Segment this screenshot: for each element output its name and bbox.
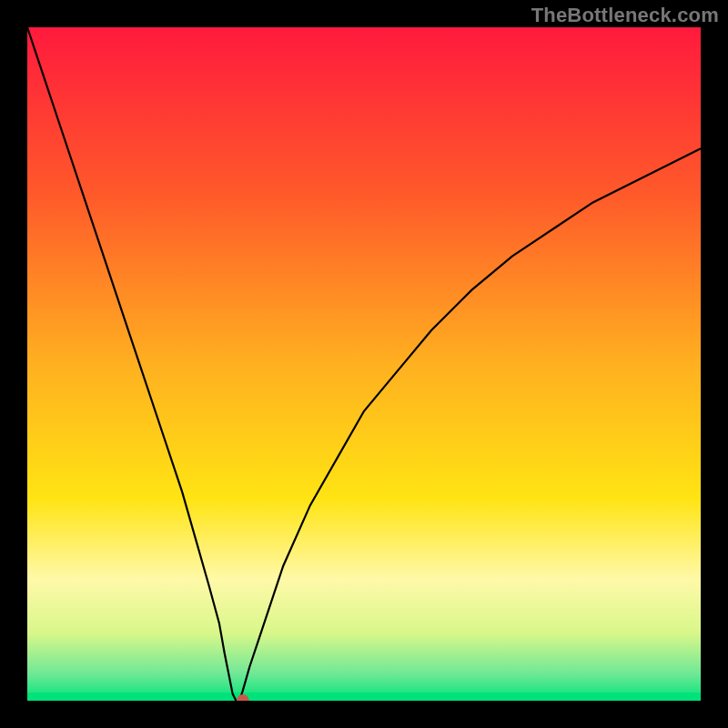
baseline-band xyxy=(27,693,701,701)
watermark-text: TheBottleneck.com xyxy=(531,4,719,27)
plot-svg xyxy=(27,27,701,701)
plot-area xyxy=(27,27,701,701)
gradient-background xyxy=(27,27,701,701)
chart-frame: TheBottleneck.com xyxy=(0,0,728,728)
